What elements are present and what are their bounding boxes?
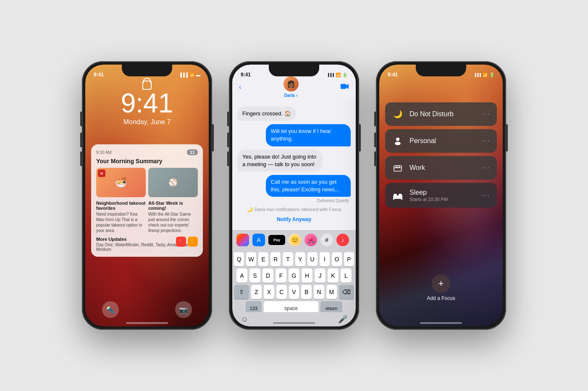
work-badge-icon bbox=[392, 162, 404, 174]
delivered-quietly-label: Delivered Quietly bbox=[237, 198, 351, 203]
key-s[interactable]: S bbox=[249, 268, 260, 283]
key-x[interactable]: X bbox=[264, 285, 274, 299]
key-r[interactable]: R bbox=[270, 252, 281, 266]
wifi-icon-3: 📶 bbox=[483, 73, 488, 77]
key-j[interactable]: J bbox=[315, 268, 326, 283]
key-h[interactable]: H bbox=[302, 268, 312, 283]
message-4: Call me as soon as you get this, please!… bbox=[266, 175, 351, 197]
key-v[interactable]: V bbox=[289, 285, 299, 299]
add-focus-section: + Add a Focus bbox=[379, 274, 503, 301]
notification-card[interactable]: 9:30 AM 11 Your Morning Summary 🍜 N ⚾ Ne… bbox=[91, 144, 203, 257]
key-i[interactable]: I bbox=[320, 252, 330, 266]
notch-3 bbox=[416, 65, 466, 76]
focus-more-dnd[interactable]: ··· bbox=[482, 110, 490, 118]
music-button[interactable]: ♪ bbox=[336, 234, 349, 246]
notif-time: 9:30 AM bbox=[96, 150, 112, 155]
svg-rect-4 bbox=[396, 166, 399, 167]
key-b[interactable]: B bbox=[301, 285, 312, 299]
battery-icon-1: ▬ bbox=[196, 73, 200, 77]
news-title-1: Neighborhood takeout favorites bbox=[96, 201, 146, 211]
notch-2 bbox=[269, 65, 319, 76]
notif-header: 9:30 AM 11 bbox=[96, 149, 198, 155]
notif-badge: 11 bbox=[187, 149, 198, 155]
notify-anyway-button[interactable]: Notify Anyway bbox=[237, 216, 351, 222]
key-t[interactable]: T bbox=[283, 252, 293, 266]
camera-icon: 📷 bbox=[179, 306, 188, 314]
key-p[interactable]: P bbox=[344, 252, 354, 266]
wifi-icon-1: 📶 bbox=[189, 73, 194, 77]
hashtag-search-button[interactable]: # bbox=[320, 234, 333, 246]
svg-rect-7 bbox=[393, 197, 402, 198]
focus-item-work[interactable]: Work ··· bbox=[385, 156, 497, 180]
svg-rect-0 bbox=[341, 84, 346, 89]
key-u[interactable]: U bbox=[307, 252, 318, 266]
focus-modes-list: 🌙 Do Not Disturb ··· Personal ··· bbox=[385, 102, 497, 208]
person-icon bbox=[392, 135, 404, 147]
key-c[interactable]: C bbox=[276, 285, 287, 299]
focus-more-sleep[interactable]: ··· bbox=[482, 192, 490, 199]
key-shift[interactable]: ⇧ bbox=[234, 285, 249, 299]
memoji-button[interactable]: 😊 bbox=[289, 234, 301, 246]
key-g[interactable]: G bbox=[289, 268, 299, 283]
camera-button[interactable]: 📷 bbox=[175, 301, 192, 318]
tasty-icon: 🟠 bbox=[188, 237, 198, 247]
key-n[interactable]: N bbox=[314, 285, 324, 299]
focus-item-do-not-disturb[interactable]: 🌙 Do Not Disturb ··· bbox=[385, 102, 497, 126]
status-time-1: 9:41 bbox=[94, 72, 104, 78]
focus-more-work[interactable]: ··· bbox=[482, 164, 490, 172]
key-z[interactable]: Z bbox=[251, 285, 262, 299]
key-o[interactable]: O bbox=[332, 252, 342, 266]
key-y[interactable]: Y bbox=[295, 252, 305, 266]
lock-time: 9:41 bbox=[85, 90, 209, 117]
key-delete[interactable]: ⌫ bbox=[339, 285, 354, 299]
phone-3-focus: 9:41 ▐▐▐ 📶 🔋 🌙 Do Not Disturb ··· bbox=[376, 61, 506, 330]
signal-icon-3: ▐▐▐ bbox=[474, 73, 481, 77]
svg-rect-8 bbox=[394, 194, 397, 196]
bed-icon bbox=[392, 190, 404, 201]
focus-item-personal[interactable]: Personal ··· bbox=[385, 129, 497, 153]
focus-label-personal: Personal bbox=[410, 137, 476, 145]
sticker-button[interactable]: 🌺 bbox=[304, 234, 317, 246]
key-q[interactable]: Q bbox=[234, 252, 244, 266]
back-button[interactable]: ‹ bbox=[239, 83, 241, 91]
key-d[interactable]: D bbox=[262, 268, 273, 283]
focus-notice: 🌙 Darla has notifications silenced with … bbox=[237, 206, 351, 212]
lock-time-display: 9:41 Monday, June 7 bbox=[85, 90, 209, 126]
news-columns: Neighborhood takeout favorites Need insp… bbox=[96, 201, 198, 233]
signal-icon-2: ▐▐▐ bbox=[327, 73, 334, 77]
baseball-image: ⚾ bbox=[148, 168, 198, 197]
apple-pay-button[interactable]: Pay bbox=[268, 235, 285, 245]
microphone-icon[interactable]: 🎤 bbox=[338, 315, 347, 324]
key-a[interactable]: A bbox=[236, 268, 247, 283]
message-2: Will let you know if I hear anything. bbox=[266, 124, 351, 146]
news-body-2: With the All-Star Game just around the c… bbox=[148, 211, 198, 233]
key-k[interactable]: K bbox=[328, 268, 339, 283]
add-focus-button[interactable]: + bbox=[432, 274, 450, 293]
key-m[interactable]: M bbox=[326, 285, 337, 299]
key-l[interactable]: L bbox=[341, 268, 352, 283]
keyboard-row-1: Q W E R T Y U I O P bbox=[234, 252, 354, 266]
svg-rect-10 bbox=[393, 198, 394, 200]
bottom-icons-bar: 🔦 📷 bbox=[85, 301, 209, 318]
svg-point-1 bbox=[396, 138, 399, 141]
flashlight-button[interactable]: 🔦 bbox=[102, 301, 119, 318]
focus-item-sleep[interactable]: Sleep Starts at 10:30 PM ··· bbox=[385, 183, 497, 208]
home-bar-1 bbox=[126, 322, 168, 324]
video-call-button[interactable] bbox=[341, 83, 349, 92]
key-f[interactable]: F bbox=[276, 268, 286, 283]
notch-1 bbox=[122, 65, 172, 76]
moon-small-icon: 🌙 bbox=[247, 206, 253, 212]
key-e[interactable]: E bbox=[258, 252, 268, 266]
status-time-3: 9:41 bbox=[388, 72, 398, 78]
emoji-icon[interactable]: ☺ bbox=[241, 315, 248, 324]
news-app-badge: N bbox=[98, 169, 105, 177]
news-body-1: Need inspiration? Kea Mao from Up Thai i… bbox=[96, 211, 146, 233]
focus-label-dnd: Do Not Disturb bbox=[410, 110, 476, 118]
photos-button[interactable] bbox=[236, 234, 249, 246]
appstore-button[interactable]: A bbox=[252, 234, 265, 246]
focus-label-sleep: Sleep Starts at 10:30 PM bbox=[410, 189, 476, 202]
focus-more-personal[interactable]: ··· bbox=[482, 137, 490, 145]
message-3: Yes, please do! Just going into a meetin… bbox=[237, 150, 323, 172]
news-col-1: Neighborhood takeout favorites Need insp… bbox=[96, 201, 146, 233]
key-w[interactable]: W bbox=[246, 252, 256, 266]
